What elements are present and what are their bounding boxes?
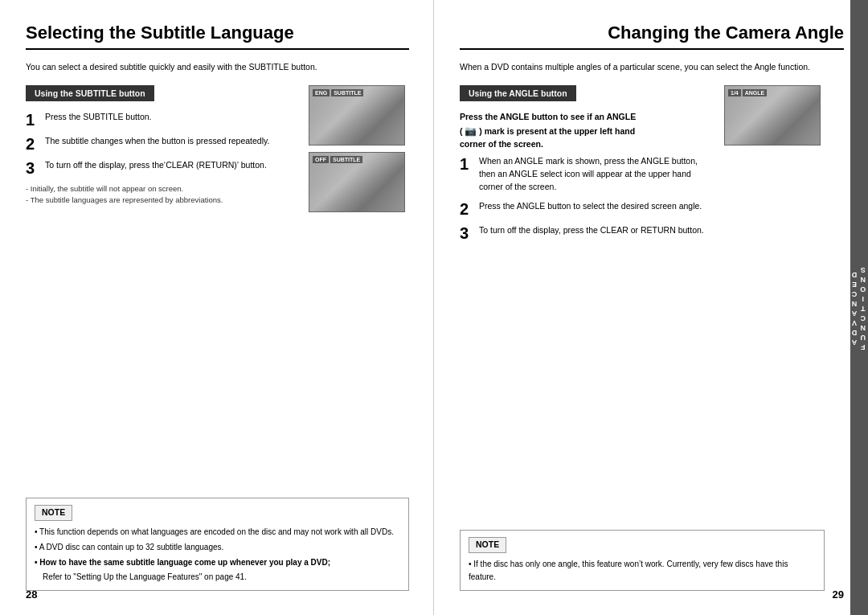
left-note-4: Refer to "Setting Up the Language Featur…	[35, 571, 400, 584]
sub-note-1: - Initially, the subtitle will not appea…	[26, 183, 297, 195]
step-number-2-left: 2	[26, 135, 40, 153]
overlay-eng: ENG	[313, 89, 330, 96]
step-number-1-left: 1	[26, 111, 40, 129]
step-number-2-right: 2	[460, 200, 474, 218]
overlay-angle-count: 1/4	[728, 89, 741, 96]
right-page-title: Changing the Camera Angle	[460, 23, 844, 50]
right-note-1: • If the disc has only one angle, this f…	[469, 558, 816, 584]
right-images: 1/4 ANGLE	[720, 85, 825, 308]
sub-notes-left: - Initially, the subtitle will not appea…	[26, 183, 297, 207]
left-page-title: Selecting the Subtitle Language	[26, 23, 409, 50]
step-1-right: 1 When an ANGLE mark is shown, press the…	[460, 155, 712, 193]
step-number-3-right: 3	[460, 224, 474, 242]
left-intro: You can select a desired subtitle quickl…	[26, 61, 409, 74]
sub-note-2: - The subtitle languages are represented…	[26, 195, 297, 206]
angle-bold-text: Press the ANGLE button to see if an ANGL…	[460, 111, 712, 151]
step-2-right: 2 Press the ANGLE button to select the d…	[460, 200, 712, 218]
step-2-left: 2 The subtitle changes when the button i…	[26, 135, 297, 153]
step-text-3-left: To turn off the display, press the‘CLEAR…	[45, 159, 267, 172]
dvd-screen-1: ENG SUBTITLE	[309, 85, 405, 146]
dvd-screen-angle: 1/4 ANGLE	[724, 85, 821, 146]
right-steps-column: Using the ANGLE button Press the ANGLE b…	[460, 85, 712, 308]
overlay-off: OFF	[313, 156, 329, 163]
step-3-left: 3 To turn off the display, press the‘CLE…	[26, 159, 297, 177]
left-note-3: • How to have the same subtitle language…	[35, 556, 400, 569]
page-container: Selecting the Subtitle Language You can …	[0, 0, 868, 615]
step-3-right: 3 To turn off the display, press the CLE…	[460, 224, 712, 242]
step-text-1-right: When an ANGLE mark is shown, press the A…	[479, 155, 712, 193]
overlay-subtitle-1: SUBTITLE	[331, 89, 363, 96]
left-steps-column: Using the SUBTITLE button 1 Press the SU…	[26, 85, 297, 292]
overlay-angle-label: ANGLE	[743, 89, 768, 96]
right-section-header: Using the ANGLE button	[460, 85, 576, 101]
left-note-box: NOTE • This function depends on what lan…	[26, 498, 409, 591]
left-note-2: • A DVD disc can contain up to 32 subtit…	[35, 541, 400, 554]
vertical-tab: ADVANCEDFUNCTIONS	[850, 0, 868, 615]
step-text-3-right: To turn off the display, press the CLEAR…	[479, 224, 704, 237]
right-note-box: NOTE • If the disc has only one angle, t…	[460, 530, 825, 591]
step-text-1-left: Press the SUBTITLE button.	[45, 111, 151, 124]
left-page: Selecting the Subtitle Language You can …	[0, 0, 434, 615]
overlay-subtitle-2: SUBTITLE	[330, 156, 362, 163]
right-note-title: NOTE	[469, 537, 506, 553]
dvd-overlay-2: OFF SUBTITLE	[313, 156, 362, 163]
vertical-tab-text: ADVANCEDFUNCTIONS	[850, 264, 868, 351]
step-1-left: 1 Press the SUBTITLE button.	[26, 111, 297, 129]
left-note-title: NOTE	[35, 505, 72, 521]
right-page: ADVANCEDFUNCTIONS Changing the Camera An…	[434, 0, 868, 615]
right-intro: When a DVD contains multiple angles of a…	[460, 61, 844, 74]
left-section-header: Using the SUBTITLE button	[26, 85, 154, 101]
left-images: ENG SUBTITLE OFF SUBTITLE	[305, 85, 409, 292]
step-text-2-left: The subtitle changes when the button is …	[45, 135, 269, 148]
step-text-2-right: Press the ANGLE button to select the des…	[479, 200, 702, 213]
right-note-text: • If the disc has only one angle, this f…	[469, 558, 816, 584]
left-note-1: • This function depends on what language…	[35, 526, 400, 539]
dvd-overlay-1: ENG SUBTITLE	[313, 89, 363, 96]
left-page-number: 28	[26, 588, 37, 601]
right-page-number: 29	[833, 588, 844, 601]
dvd-overlay-angle: 1/4 ANGLE	[728, 89, 767, 96]
step-number-1-right: 1	[460, 155, 474, 173]
dvd-screen-2: OFF SUBTITLE	[309, 152, 405, 212]
step-number-3-left: 3	[26, 159, 40, 177]
left-note-text: • This function depends on what language…	[35, 526, 400, 584]
